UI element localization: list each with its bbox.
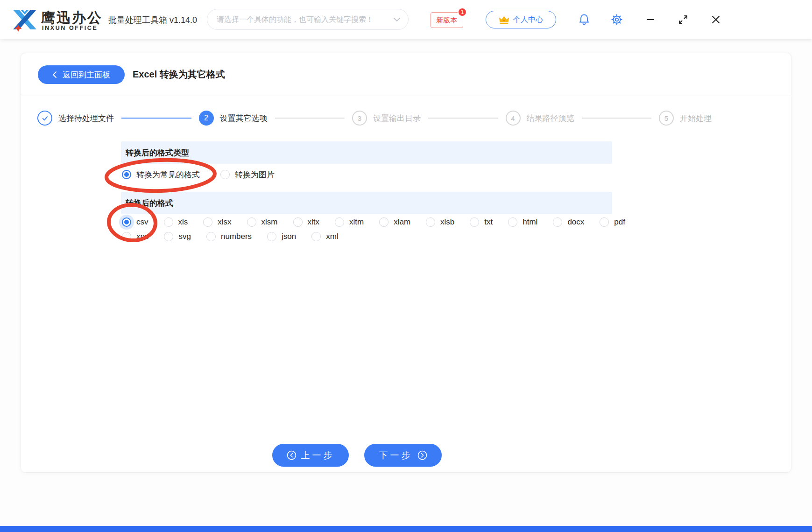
radio-unselected-icon[interactable]: [311, 232, 321, 241]
app-version: v1.14.0: [169, 15, 197, 25]
radio-unselected-icon[interactable]: [293, 217, 303, 227]
new-version-button[interactable]: 新版本 1: [431, 12, 463, 28]
search-input[interactable]: [207, 15, 393, 24]
previous-step-label: 上一步: [301, 449, 335, 462]
radio-selected-icon[interactable]: [122, 170, 131, 179]
radio-option-xltm[interactable]: xltm: [335, 217, 364, 227]
next-step-label: 下一步: [379, 449, 413, 462]
format-radio-group-row2: xpssvgnumbersjsonxml: [122, 230, 339, 243]
step-check-icon: [37, 111, 52, 126]
radio-unselected-icon[interactable]: [553, 217, 562, 227]
radio-label: xlam: [394, 217, 410, 227]
radio-unselected-icon[interactable]: [379, 217, 388, 227]
stepper: 选择待处理文件2设置其它选项3设置输出目录4结果路径预览5开始处理: [37, 109, 712, 127]
format-radio-group-row1: csvxlsxlsxxlsmxltxxltmxlamxlsbtxthtmldoc…: [122, 216, 625, 229]
step-label: 开始处理: [680, 113, 712, 124]
app-window: 鹰迅办公 INXUN OFFICE 批量处理工具箱 v1.14.0 新版本 1 …: [0, 0, 812, 532]
back-button-label: 返回到主面板: [63, 70, 110, 80]
stepper-step-1: 选择待处理文件: [37, 111, 114, 126]
bell-icon[interactable]: [578, 14, 590, 26]
step-number: 5: [659, 111, 674, 126]
radio-unselected-icon[interactable]: [164, 232, 173, 241]
minimize-button[interactable]: [644, 14, 657, 26]
radio-option-svg[interactable]: svg: [164, 232, 191, 241]
radio-unselected-icon[interactable]: [600, 217, 609, 227]
radio-option-xlsb[interactable]: xlsb: [426, 217, 454, 227]
crown-icon: [499, 15, 509, 24]
section-title-format-type: 转换后的格式类型: [121, 141, 612, 164]
function-select[interactable]: [207, 9, 409, 30]
chevron-left-icon: [52, 71, 57, 78]
radio-label: xlsx: [218, 217, 231, 227]
radio-label: html: [523, 217, 537, 227]
radio-label: json: [282, 232, 296, 241]
radio-label: numbers: [221, 232, 252, 241]
gear-icon[interactable]: [611, 14, 623, 26]
close-button[interactable]: [710, 14, 722, 26]
radio-label: docx: [567, 217, 584, 227]
profile-label: 个人中心: [513, 15, 543, 25]
radio-option-转换为常见的格式[interactable]: 转换为常见的格式: [122, 169, 200, 180]
radio-label: pdf: [614, 217, 625, 227]
step-label: 设置输出目录: [373, 113, 421, 124]
step-number: 2: [199, 111, 214, 126]
main-panel: 返回到主面板 Excel 转换为其它格式 选择待处理文件2设置其它选项3设置输出…: [21, 53, 791, 473]
radio-option-xlam[interactable]: xlam: [379, 217, 410, 227]
next-step-button[interactable]: 下一步: [364, 444, 442, 467]
radio-label: xlsb: [440, 217, 454, 227]
radio-option-xps[interactable]: xps: [122, 232, 148, 241]
radio-option-转换为图片[interactable]: 转换为图片: [220, 169, 275, 180]
logo-name-en: INXUN OFFICE: [42, 25, 98, 31]
radio-unselected-icon[interactable]: [203, 217, 212, 227]
radio-option-xltx[interactable]: xltx: [293, 217, 320, 227]
window-bottom-accent: [0, 526, 812, 532]
panel-header: 返回到主面板 Excel 转换为其它格式: [21, 53, 791, 96]
stepper-step-5: 5开始处理: [659, 111, 712, 126]
radio-option-csv[interactable]: csv: [122, 217, 148, 227]
radio-unselected-icon[interactable]: [426, 217, 435, 227]
radio-unselected-icon[interactable]: [247, 217, 256, 227]
radio-option-xlsm[interactable]: xlsm: [247, 217, 278, 227]
radio-option-html[interactable]: html: [508, 217, 537, 227]
radio-option-pdf[interactable]: pdf: [600, 217, 625, 227]
radio-unselected-icon[interactable]: [267, 232, 276, 241]
radio-label: 转换为常见的格式: [136, 169, 200, 180]
radio-unselected-icon[interactable]: [470, 217, 479, 227]
notification-badge: 1: [458, 7, 467, 17]
radio-option-txt[interactable]: txt: [470, 217, 493, 227]
radio-selected-icon[interactable]: [122, 217, 131, 227]
radio-label: xltm: [349, 217, 364, 227]
radio-label: 转换为图片: [235, 169, 275, 180]
stepper-connector: [121, 118, 191, 119]
back-to-dashboard-button[interactable]: 返回到主面板: [38, 65, 125, 84]
radio-unselected-icon[interactable]: [206, 232, 216, 241]
radio-label: txt: [484, 217, 493, 227]
radio-unselected-icon[interactable]: [164, 217, 173, 227]
stepper-connector: [275, 118, 345, 119]
radio-unselected-icon[interactable]: [122, 232, 131, 241]
resize-button[interactable]: [677, 14, 689, 26]
radio-unselected-icon[interactable]: [220, 170, 230, 179]
radio-label: xps: [136, 232, 148, 241]
radio-unselected-icon[interactable]: [508, 217, 517, 227]
stepper-connector: [428, 118, 498, 119]
arrow-right-circle-icon: [417, 450, 427, 460]
radio-option-xml[interactable]: xml: [311, 232, 338, 241]
step-number: 3: [352, 111, 367, 126]
radio-unselected-icon[interactable]: [335, 217, 344, 227]
radio-option-numbers[interactable]: numbers: [206, 232, 252, 241]
chevron-down-icon: [393, 17, 401, 22]
profile-button[interactable]: 个人中心: [486, 11, 556, 28]
radio-option-xlsx[interactable]: xlsx: [203, 217, 231, 227]
titlebar: 鹰迅办公 INXUN OFFICE 批量处理工具箱 v1.14.0 新版本 1 …: [0, 0, 812, 39]
stepper-step-2: 2设置其它选项: [199, 111, 268, 126]
step-label: 结果路径预览: [527, 113, 574, 124]
radio-option-xls[interactable]: xls: [164, 217, 188, 227]
radio-option-docx[interactable]: docx: [553, 217, 584, 227]
previous-step-button[interactable]: 上一步: [272, 444, 349, 467]
radio-option-json[interactable]: json: [267, 232, 296, 241]
step-number: 4: [506, 111, 521, 126]
radio-label: svg: [178, 232, 191, 241]
format-type-radio-group: 转换为常见的格式转换为图片: [122, 168, 275, 182]
app-title-text: 批量处理工具箱: [108, 15, 167, 25]
